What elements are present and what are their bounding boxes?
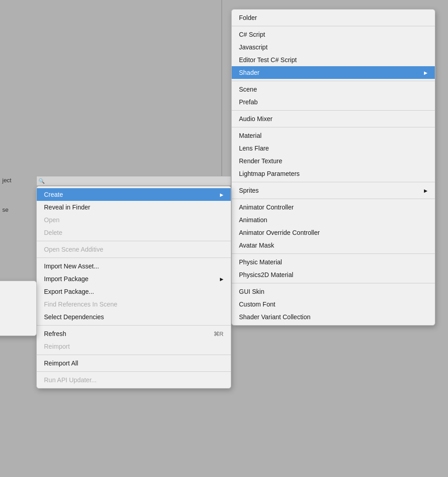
main-menu-item-open-scene-additive: Open Scene Additive: [37, 243, 231, 256]
right-separator-sep6: [232, 199, 435, 199]
main-menu-item-find-references-in-scene: Find References In Scene: [37, 298, 231, 311]
right-menu-item-label-avatar-mask: Avatar Mask: [239, 242, 274, 249]
right-menu-item-label-audio-mixer: Audio Mixer: [239, 115, 273, 122]
right-menu-item-lens-flare[interactable]: Lens Flare: [232, 142, 435, 155]
main-menu-item-reimport: Reimport: [37, 340, 231, 353]
right-menu-item-csharp-script[interactable]: C# Script: [232, 28, 435, 41]
right-separator-sep3: [232, 110, 435, 111]
right-menu-item-animator-override-controller[interactable]: Animator Override Controller: [232, 226, 435, 239]
right-menu-item-label-animator-override-controller: Animator Override Controller: [239, 229, 320, 236]
right-menu-item-label-material: Material: [239, 132, 262, 139]
main-menu-item-open: Open: [37, 214, 231, 226]
main-separator-sep3: [37, 325, 231, 326]
main-menu-item-shortcut-refresh: ⌘R: [214, 331, 224, 337]
right-menu-item-editor-test-csharp[interactable]: Editor Test C# Script: [232, 54, 435, 66]
right-menu-item-label-folder: Folder: [239, 14, 257, 21]
right-menu-item-animator-controller[interactable]: Animator Controller: [232, 201, 435, 214]
right-separator-sep1: [232, 26, 435, 26]
shader-submenu-item-compute-shader[interactable]: Compute Shader: [0, 321, 36, 334]
shader-submenu-item-standard-surface-shader[interactable]: Standard Surface Shader: [0, 283, 36, 296]
right-menu-item-render-texture[interactable]: Render Texture: [232, 155, 435, 167]
right-menu-item-prefab[interactable]: Prefab: [232, 96, 435, 108]
main-menu-item-label-open-scene-additive: Open Scene Additive: [44, 246, 103, 253]
right-menu-item-custom-font[interactable]: Custom Font: [232, 298, 435, 311]
search-icon: 🔍: [39, 178, 45, 184]
main-menu-item-export-package[interactable]: Export Package...: [37, 285, 231, 298]
main-menu-item-delete: Delete: [37, 226, 231, 239]
shader-menu-list: Standard Surface ShaderUnlit ShaderImage…: [0, 283, 36, 334]
right-menu-item-label-custom-font: Custom Font: [239, 301, 275, 308]
right-menu-item-lightmap-parameters[interactable]: Lightmap Parameters: [232, 167, 435, 180]
vertical-separator: [221, 0, 222, 190]
right-menu-item-label-animation: Animation: [239, 216, 267, 224]
right-menu-item-arrow-sprites: ▶: [424, 188, 428, 193]
right-menu-item-material[interactable]: Material: [232, 129, 435, 142]
main-separator-sep5: [37, 371, 231, 372]
main-menu-item-label-import-new-asset: Import New Asset...: [44, 263, 99, 270]
search-bar[interactable]: 🔍: [36, 176, 231, 186]
right-menu-list: FolderC# ScriptJavascriptEditor Test C# …: [232, 11, 435, 323]
right-menu-item-label-scene: Scene: [239, 86, 257, 93]
right-menu-item-label-editor-test-csharp: Editor Test C# Script: [239, 56, 297, 63]
right-menu-item-label-physics2d-material: Physics2D Material: [239, 271, 293, 278]
main-menu-item-label-import-package: Import Package: [44, 275, 88, 282]
main-separator-sep4: [37, 355, 231, 355]
main-menu-item-label-find-references-in-scene: Find References In Scene: [44, 301, 117, 308]
right-separator-sep4: [232, 127, 435, 127]
main-menu-list: Create▶Reveal in FinderOpenDeleteOpen Sc…: [37, 188, 231, 386]
right-menu-item-avatar-mask[interactable]: Avatar Mask: [232, 239, 435, 252]
right-menu-item-physic-material[interactable]: Physic Material: [232, 256, 435, 268]
right-menu-item-animation[interactable]: Animation: [232, 214, 435, 226]
right-menu-item-physics2d-material[interactable]: Physics2D Material: [232, 268, 435, 281]
main-menu-item-import-new-asset[interactable]: Import New Asset...: [37, 260, 231, 273]
shader-submenu: Standard Surface ShaderUnlit ShaderImage…: [0, 281, 37, 336]
main-menu-item-run-api-updater: Run API Updater...: [37, 374, 231, 386]
main-menu-item-label-delete: Delete: [44, 229, 62, 236]
right-menu-item-label-prefab: Prefab: [239, 98, 258, 106]
main-menu-item-create[interactable]: Create▶: [37, 188, 231, 201]
right-menu-item-label-physic-material: Physic Material: [239, 258, 282, 266]
right-menu-item-audio-mixer[interactable]: Audio Mixer: [232, 112, 435, 125]
main-menu-item-label-reimport: Reimport: [44, 343, 70, 350]
right-menu-item-sprites[interactable]: Sprites▶: [232, 184, 435, 197]
main-menu-item-arrow-import-package: ▶: [220, 277, 224, 282]
right-menu-item-label-javascript: Javascript: [239, 44, 268, 51]
right-menu-item-label-lightmap-parameters: Lightmap Parameters: [239, 170, 300, 177]
right-menu-item-label-shader: Shader: [239, 69, 259, 76]
main-menu-item-label-refresh: Refresh: [44, 330, 66, 337]
main-menu-item-label-open: Open: [44, 216, 59, 224]
right-separator-sep2: [232, 81, 435, 81]
create-submenu: FolderC# ScriptJavascriptEditor Test C# …: [231, 9, 435, 326]
main-menu-item-select-dependencies[interactable]: Select Dependencies: [37, 311, 231, 323]
right-menu-item-arrow-shader: ▶: [424, 70, 428, 75]
main-separator-sep1: [37, 241, 231, 241]
right-menu-item-folder[interactable]: Folder: [232, 11, 435, 24]
right-menu-item-label-lens-flare: Lens Flare: [239, 145, 269, 152]
context-menu-main: Standard Surface ShaderUnlit ShaderImage…: [36, 186, 231, 389]
right-menu-item-label-render-texture: Render Texture: [239, 157, 282, 165]
panel-label-ject: ject: [2, 177, 11, 184]
right-menu-item-shader-variant-collection[interactable]: Shader Variant Collection: [232, 311, 435, 323]
main-separator-sep2: [37, 258, 231, 258]
main-menu-item-reveal-in-finder[interactable]: Reveal in Finder: [37, 201, 231, 214]
main-menu-item-arrow-create: ▶: [220, 192, 224, 197]
right-menu-item-label-shader-variant-collection: Shader Variant Collection: [239, 313, 311, 321]
right-separator-sep5: [232, 182, 435, 182]
main-menu-item-import-package[interactable]: Import Package▶: [37, 273, 231, 285]
main-menu-item-label-reimport-all: Reimport All: [44, 360, 78, 367]
main-menu-item-label-select-dependencies: Select Dependencies: [44, 313, 104, 321]
shader-submenu-item-image-effect-shader[interactable]: Image Effect Shader: [0, 308, 36, 321]
right-menu-item-label-sprites: Sprites: [239, 187, 259, 194]
main-menu-item-label-export-package: Export Package...: [44, 288, 94, 295]
right-menu-item-label-csharp-script: C# Script: [239, 31, 265, 38]
main-menu-item-reimport-all[interactable]: Reimport All: [37, 357, 231, 370]
main-menu-item-label-create: Create: [44, 191, 63, 198]
right-menu-item-scene[interactable]: Scene: [232, 83, 435, 96]
right-menu-item-shader[interactable]: Shader▶: [232, 66, 435, 79]
panel-label-se: se: [2, 206, 9, 213]
main-menu-item-refresh[interactable]: Refresh⌘R: [37, 327, 231, 340]
shader-submenu-item-unlit-shader[interactable]: Unlit Shader: [0, 296, 36, 308]
right-menu-item-gui-skin[interactable]: GUI Skin: [232, 285, 435, 298]
right-separator-sep8: [232, 283, 435, 283]
right-menu-item-javascript[interactable]: Javascript: [232, 41, 435, 54]
